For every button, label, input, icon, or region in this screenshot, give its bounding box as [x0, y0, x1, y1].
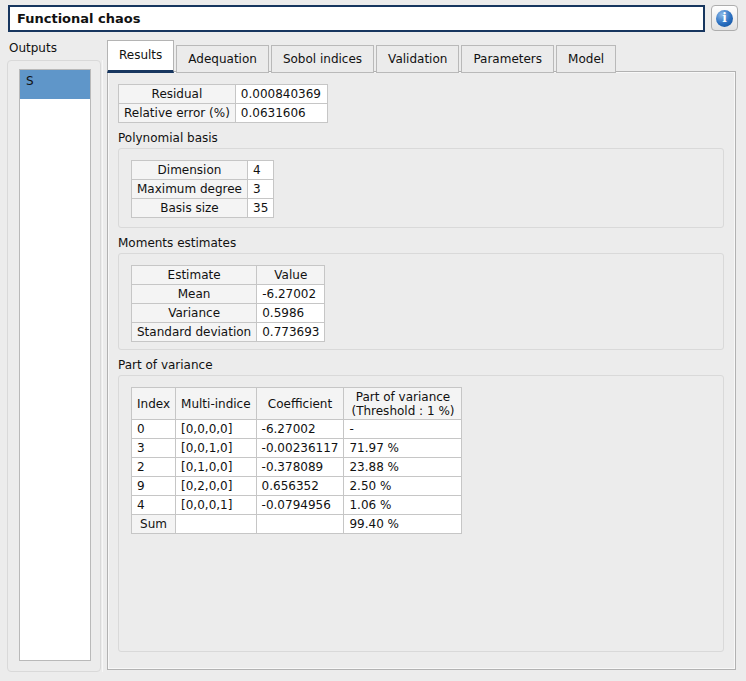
coefficient-cell: 0.656352	[256, 477, 344, 496]
table-row: Dimension 4	[132, 161, 274, 180]
index-cell: 2	[132, 458, 176, 477]
analysis-title-field: Functional chaos	[8, 5, 705, 32]
table-row: Residual 0.000840369	[119, 85, 328, 104]
multi-indice-cell: [0,0,0,0]	[176, 420, 257, 439]
outputs-list: S	[19, 69, 91, 661]
multi-indice-cell	[176, 515, 257, 534]
table-row: 3 [0,0,1,0] -0.00236117 71.97 %	[132, 439, 462, 458]
value-cell: -6.27002	[257, 285, 325, 304]
part-of-variance-group: Index Multi-indice Coefficient Part of v…	[118, 375, 724, 652]
polynomial-basis-title: Polynomial basis	[118, 131, 735, 145]
row-label-cell: Relative error (%)	[119, 104, 236, 123]
index-cell: 3	[132, 439, 176, 458]
coefficient-cell	[256, 515, 344, 534]
part-cell: 23.88 %	[344, 458, 462, 477]
row-label-cell: Maximum degree	[132, 180, 248, 199]
analysis-title: Functional chaos	[17, 11, 140, 26]
column-header: Index	[132, 388, 176, 420]
index-cell: 9	[132, 477, 176, 496]
value-cell: 3	[248, 180, 274, 199]
multi-indice-cell: [0,2,0,0]	[176, 477, 257, 496]
polynomial-basis-table: Dimension 4 Maximum degree 3 Basis size …	[131, 160, 274, 218]
coefficient-cell: -0.0794956	[256, 496, 344, 515]
column-header: Value	[257, 266, 325, 285]
part-cell: -	[344, 420, 462, 439]
moments-estimates-table: Estimate Value Mean -6.27002 Variance 0.…	[131, 265, 325, 342]
row-label-cell: Basis size	[132, 199, 248, 218]
coefficient-cell: -6.27002	[256, 420, 344, 439]
error-summary-table: Residual 0.000840369 Relative error (%) …	[118, 84, 328, 123]
row-label-cell: Variance	[132, 304, 257, 323]
multi-indice-cell: [0,0,1,0]	[176, 439, 257, 458]
table-sum-row: Sum 99.40 %	[132, 515, 462, 534]
part-cell: 2.50 %	[344, 477, 462, 496]
column-header: Multi-indice	[176, 388, 257, 420]
part-of-variance-table: Index Multi-indice Coefficient Part of v…	[131, 387, 462, 534]
info-icon: i	[716, 10, 733, 27]
part-cell: 1.06 %	[344, 496, 462, 515]
output-item[interactable]: S	[20, 70, 90, 99]
row-label-cell: Dimension	[132, 161, 248, 180]
column-header: Estimate	[132, 266, 257, 285]
table-row: 0 [0,0,0,0] -6.27002 -	[132, 420, 462, 439]
part-cell: 99.40 %	[344, 515, 462, 534]
value-cell: 0.5986	[257, 304, 325, 323]
row-label-cell: Standard deviation	[132, 323, 257, 342]
index-cell: 0	[132, 420, 176, 439]
multi-indice-cell: [0,1,0,0]	[176, 458, 257, 477]
sum-label-cell: Sum	[132, 515, 176, 534]
table-row: Relative error (%) 0.0631606	[119, 104, 328, 123]
table-row: Standard deviation 0.773693	[132, 323, 325, 342]
tab-sobol-indices[interactable]: Sobol indices	[271, 45, 374, 73]
coefficient-cell: -0.378089	[256, 458, 344, 477]
table-row: Mean -6.27002	[132, 285, 325, 304]
outputs-group: S	[7, 60, 101, 672]
table-row: 9 [0,2,0,0] 0.656352 2.50 %	[132, 477, 462, 496]
table-header-row: Estimate Value	[132, 266, 325, 285]
moments-estimates-group: Estimate Value Mean -6.27002 Variance 0.…	[118, 253, 724, 350]
part-cell: 71.97 %	[344, 439, 462, 458]
column-header: Part of variance (Threshold : 1 %)	[344, 388, 462, 420]
row-label-cell: Residual	[119, 85, 236, 104]
table-row: 2 [0,1,0,0] -0.378089 23.88 %	[132, 458, 462, 477]
tab-adequation[interactable]: Adequation	[176, 45, 269, 73]
index-cell: 4	[132, 496, 176, 515]
functional-chaos-window: { "header": { "title": "Functional chaos…	[0, 0, 746, 681]
moments-estimates-title: Moments estimates	[118, 236, 735, 250]
value-cell: 0.0631606	[235, 104, 327, 123]
table-row: 4 [0,0,0,1] -0.0794956 1.06 %	[132, 496, 462, 515]
polynomial-basis-group: Dimension 4 Maximum degree 3 Basis size …	[118, 148, 724, 228]
column-header: Coefficient	[256, 388, 344, 420]
outputs-label: Outputs	[9, 41, 57, 55]
value-cell: 4	[248, 161, 274, 180]
value-cell: 0.773693	[257, 323, 325, 342]
tab-results[interactable]: Results	[107, 40, 174, 73]
results-tab-pane: Residual 0.000840369 Relative error (%) …	[107, 71, 736, 670]
tab-bar: Results Adequation Sobol indices Validat…	[107, 40, 618, 73]
table-header-row: Index Multi-indice Coefficient Part of v…	[132, 388, 462, 420]
coefficient-cell: -0.00236117	[256, 439, 344, 458]
table-row: Variance 0.5986	[132, 304, 325, 323]
tab-model[interactable]: Model	[556, 45, 616, 73]
row-label-cell: Mean	[132, 285, 257, 304]
table-row: Basis size 35	[132, 199, 274, 218]
info-button[interactable]: i	[711, 5, 738, 31]
table-row: Maximum degree 3	[132, 180, 274, 199]
tab-parameters[interactable]: Parameters	[461, 45, 554, 73]
part-of-variance-title: Part of variance	[118, 358, 735, 372]
value-cell: 35	[248, 199, 274, 218]
tab-validation[interactable]: Validation	[376, 45, 459, 73]
multi-indice-cell: [0,0,0,1]	[176, 496, 257, 515]
value-cell: 0.000840369	[235, 85, 327, 104]
